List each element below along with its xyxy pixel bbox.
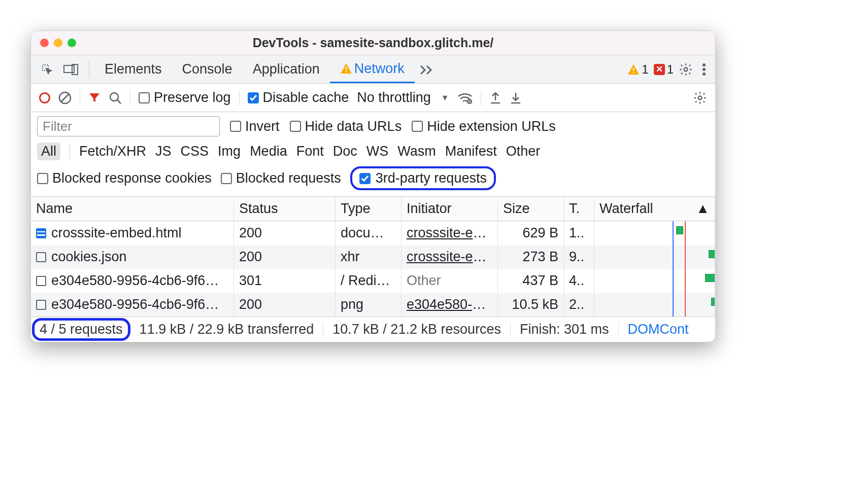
- error-count-badge[interactable]: ✕ 1: [654, 62, 674, 77]
- cell-time: 9..: [564, 245, 594, 269]
- cell-type: / Redi…: [336, 269, 402, 293]
- disable-cache-label: Disable cache: [263, 90, 349, 105]
- cell-status: 200: [234, 221, 336, 245]
- warning-icon: [627, 64, 640, 75]
- pill-manifest[interactable]: Manifest: [445, 144, 497, 159]
- pill-css[interactable]: CSS: [181, 144, 209, 159]
- cell-initiator: Other: [402, 269, 498, 293]
- table-row[interactable]: cookies.json 200 xhr crosssite-em… 273 B…: [31, 245, 715, 269]
- table-row[interactable]: crosssite-embed.html 200 docu… crosssite…: [31, 221, 715, 245]
- pill-font[interactable]: Font: [296, 144, 324, 159]
- pill-doc[interactable]: Doc: [333, 144, 357, 159]
- hide-ext-urls-checkbox[interactable]: Hide extension URLs: [412, 119, 556, 134]
- svg-point-13: [110, 93, 118, 101]
- more-menu-icon[interactable]: [698, 63, 710, 76]
- initiator-link[interactable]: crosssite-em…: [407, 249, 498, 264]
- pill-wasm[interactable]: Wasm: [397, 144, 436, 159]
- window-controls: [40, 39, 76, 47]
- close-window-button[interactable]: [40, 39, 49, 47]
- clear-button[interactable]: [58, 91, 72, 104]
- more-tabs-icon[interactable]: [415, 65, 439, 74]
- network-conditions-icon[interactable]: [457, 92, 473, 104]
- checkbox-icon: [230, 121, 241, 132]
- pill-all[interactable]: All: [37, 143, 60, 160]
- pill-other[interactable]: Other: [506, 144, 541, 159]
- network-toolbar: Preserve log Disable cache No throttling…: [31, 84, 715, 112]
- table-row[interactable]: e304e580-9956-4cb6-9f6… 200 png e304e580…: [31, 293, 715, 316]
- tab-application[interactable]: Application: [243, 55, 330, 83]
- search-icon[interactable]: [109, 91, 122, 104]
- download-har-icon[interactable]: [510, 91, 522, 104]
- divider: [89, 61, 89, 78]
- panel-settings-icon[interactable]: [693, 91, 707, 105]
- finish-time: Finish: 301 ms: [511, 322, 618, 337]
- cell-time: 2..: [564, 293, 594, 316]
- pill-js[interactable]: JS: [155, 144, 172, 159]
- upload-har-icon[interactable]: [489, 91, 502, 104]
- cell-waterfall: [594, 269, 715, 293]
- cell-initiator: crosssite-em…: [402, 245, 498, 269]
- invert-checkbox[interactable]: Invert: [230, 119, 280, 134]
- svg-point-8: [703, 63, 706, 66]
- filter-input[interactable]: [37, 116, 220, 136]
- cell-status: 301: [234, 269, 336, 293]
- minimize-window-button[interactable]: [54, 39, 62, 47]
- type-filter-pills: All Fetch/XHR JS CSS Img Media Font Doc …: [31, 140, 715, 164]
- record-button[interactable]: [39, 92, 50, 103]
- checkbox-icon: [139, 92, 150, 103]
- col-initiator[interactable]: Initiator: [402, 197, 498, 221]
- svg-rect-5: [633, 68, 634, 71]
- col-size[interactable]: Size: [498, 197, 564, 221]
- svg-rect-6: [633, 72, 634, 73]
- col-name[interactable]: Name: [31, 197, 234, 221]
- col-waterfall[interactable]: Waterfall▲: [594, 197, 715, 221]
- pill-fetch-xhr[interactable]: Fetch/XHR: [79, 144, 146, 159]
- col-type[interactable]: Type: [336, 197, 402, 221]
- tab-network[interactable]: Network: [330, 55, 415, 83]
- right-badges: 1 ✕ 1: [627, 62, 710, 77]
- third-party-requests-checkbox[interactable]: 3rd-party requests: [350, 166, 496, 190]
- cell-name: e304e580-9956-4cb6-9f6…: [31, 293, 234, 316]
- main-tabbar: Elements Console Application Network 1 ✕…: [31, 55, 715, 84]
- blocked-requests-checkbox[interactable]: Blocked requests: [221, 170, 341, 186]
- pill-img[interactable]: Img: [218, 144, 241, 159]
- cell-type: docu…: [336, 221, 402, 245]
- cell-initiator: crosssite-em…: [402, 221, 498, 245]
- divider: [481, 90, 481, 105]
- checkbox-icon: [359, 173, 371, 184]
- file-icon: [36, 228, 46, 238]
- cell-type: xhr: [336, 245, 402, 269]
- pill-ws[interactable]: WS: [366, 144, 389, 159]
- col-status[interactable]: Status: [234, 197, 336, 221]
- warning-count-badge[interactable]: 1: [627, 62, 648, 77]
- disable-cache-checkbox[interactable]: Disable cache: [248, 90, 349, 105]
- device-toolbar-icon[interactable]: [58, 64, 84, 75]
- cell-time: 4..: [564, 269, 594, 293]
- table-row[interactable]: e304e580-9956-4cb6-9f6… 301 / Redi… Othe…: [31, 269, 715, 293]
- transferred-size: 11.9 kB / 22.9 kB transferred: [130, 322, 323, 337]
- pill-media[interactable]: Media: [250, 144, 287, 159]
- warning-icon: [340, 63, 352, 74]
- maximize-window-button[interactable]: [68, 39, 76, 47]
- col-time[interactable]: T.: [564, 197, 594, 221]
- tab-elements[interactable]: Elements: [94, 55, 172, 83]
- initiator-text: Other: [407, 273, 441, 288]
- preserve-log-checkbox[interactable]: Preserve log: [139, 90, 231, 105]
- settings-icon[interactable]: [679, 62, 693, 77]
- cell-name: e304e580-9956-4cb6-9f6…: [31, 269, 234, 293]
- network-table: Name Status Type Initiator Size T. Water…: [31, 196, 715, 316]
- initiator-link[interactable]: e304e580-9…: [407, 297, 493, 312]
- throttling-dropdown[interactable]: No throttling ▼: [357, 90, 449, 105]
- blocked-cookies-checkbox[interactable]: Blocked response cookies: [37, 170, 212, 186]
- svg-point-9: [703, 68, 706, 71]
- divider: [130, 90, 130, 105]
- tab-console[interactable]: Console: [172, 55, 243, 83]
- status-bar: 4 / 5 requests 11.9 kB / 22.9 kB transfe…: [31, 316, 715, 342]
- domcontent-link[interactable]: DOMCont: [619, 322, 698, 337]
- cell-waterfall: [594, 221, 715, 245]
- initiator-link[interactable]: crosssite-em…: [407, 225, 498, 240]
- hide-data-urls-checkbox[interactable]: Hide data URLs: [290, 119, 402, 134]
- inspect-icon[interactable]: [36, 63, 58, 76]
- filter-icon[interactable]: [88, 92, 101, 104]
- svg-point-16: [698, 96, 702, 99]
